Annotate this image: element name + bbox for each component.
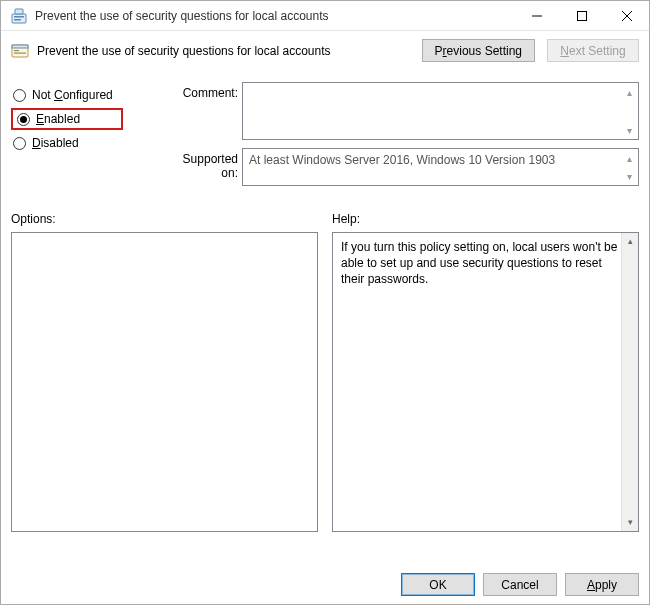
minimize-button[interactable]: [514, 1, 559, 30]
apply-button[interactable]: Apply: [565, 573, 639, 596]
app-icon: [9, 6, 29, 26]
gpo-policy-dialog: Prevent the use of security questions fo…: [0, 0, 650, 605]
close-button[interactable]: [604, 1, 649, 30]
svg-rect-1: [14, 16, 24, 18]
scrollbar[interactable]: ▴ ▾: [621, 233, 638, 531]
options-box: [11, 232, 318, 532]
policy-config-area: Not Configured Enabled Disabled Comment:: [11, 82, 639, 194]
ok-button[interactable]: OK: [401, 573, 475, 596]
svg-rect-5: [577, 11, 586, 20]
radio-label: Disabled: [32, 136, 79, 150]
svg-rect-11: [14, 52, 26, 53]
supported-on-label: Supported on:: [170, 148, 238, 180]
radio-icon: [13, 137, 26, 150]
scroll-up-icon[interactable]: ▴: [622, 151, 636, 165]
radio-label: Enabled: [36, 112, 80, 126]
state-radio-group: Not Configured Enabled Disabled: [11, 82, 166, 154]
highlight-enabled: Enabled: [11, 108, 123, 130]
scroll-up-icon[interactable]: ▴: [622, 233, 638, 250]
previous-setting-button[interactable]: Previous Setting: [422, 39, 535, 62]
svg-rect-2: [14, 19, 21, 21]
client-area: Prevent the use of security questions fo…: [1, 31, 649, 604]
maximize-button[interactable]: [559, 1, 604, 30]
help-label: Help:: [332, 212, 639, 226]
radio-enabled[interactable]: Enabled: [15, 112, 81, 126]
radio-not-configured[interactable]: Not Configured: [11, 84, 166, 106]
options-panel: Options:: [11, 212, 318, 563]
titlebar: Prevent the use of security questions fo…: [1, 1, 649, 31]
window-title: Prevent the use of security questions fo…: [35, 9, 514, 23]
policy-header: Prevent the use of security questions fo…: [11, 39, 639, 62]
scroll-down-icon[interactable]: ▾: [622, 123, 636, 137]
supported-on-textbox: At least Windows Server 2016, Windows 10…: [242, 148, 639, 186]
comment-textbox[interactable]: ▴ ▾: [242, 82, 639, 140]
scroll-up-icon[interactable]: ▴: [622, 85, 636, 99]
policy-icon: [11, 42, 29, 60]
help-box: If you turn this policy setting on, loca…: [332, 232, 639, 532]
supported-on-value: At least Windows Server 2016, Windows 10…: [249, 153, 555, 167]
help-text: If you turn this policy setting on, loca…: [341, 240, 617, 286]
cancel-button[interactable]: Cancel: [483, 573, 557, 596]
svg-rect-3: [15, 9, 23, 14]
svg-rect-9: [12, 45, 28, 48]
scroll-down-icon[interactable]: ▾: [622, 169, 636, 183]
scroll-down-icon[interactable]: ▾: [622, 514, 638, 531]
svg-rect-10: [14, 50, 19, 51]
radio-icon: [17, 113, 30, 126]
lower-panels: Options: Help: If you turn this policy s…: [11, 212, 639, 563]
comment-label: Comment:: [170, 82, 238, 100]
options-label: Options:: [11, 212, 318, 226]
dialog-footer: OK Cancel Apply: [11, 563, 639, 596]
next-setting-button: Next Setting: [547, 39, 639, 62]
svg-rect-0: [12, 14, 26, 23]
radio-disabled[interactable]: Disabled: [11, 132, 166, 154]
radio-label: Not Configured: [32, 88, 113, 102]
window-controls: [514, 1, 649, 30]
radio-icon: [13, 89, 26, 102]
policy-title: Prevent the use of security questions fo…: [37, 44, 410, 58]
help-panel: Help: If you turn this policy setting on…: [332, 212, 639, 563]
